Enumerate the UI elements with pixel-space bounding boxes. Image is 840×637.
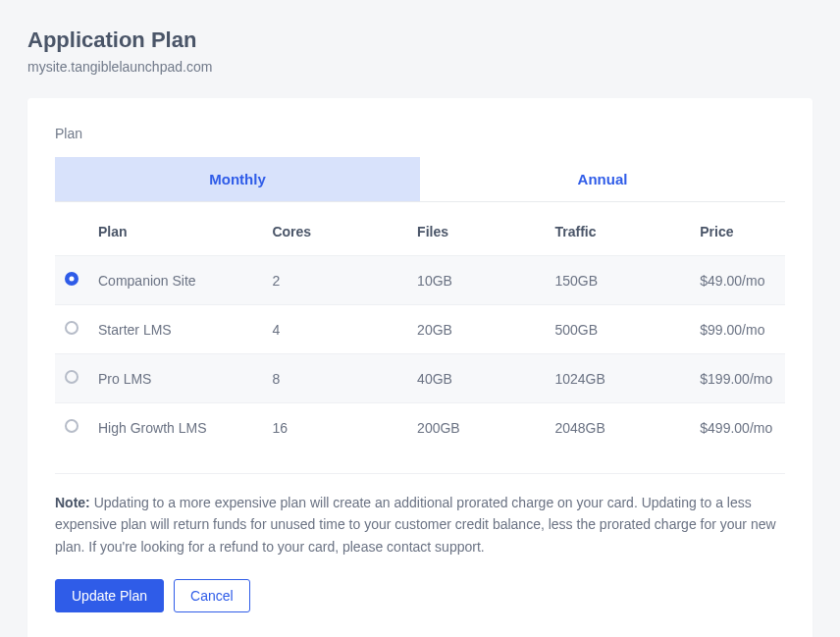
- update-plan-button[interactable]: Update Plan: [55, 579, 164, 612]
- cell-traffic: 2048GB: [545, 403, 690, 452]
- cell-plan: Pro LMS: [88, 354, 262, 403]
- table-row[interactable]: High Growth LMS 16 200GB 2048GB $499.00/…: [55, 403, 785, 452]
- cell-cores: 4: [262, 305, 407, 354]
- cell-plan: High Growth LMS: [88, 403, 262, 452]
- table-row[interactable]: Pro LMS 8 40GB 1024GB $199.00/mo: [55, 354, 785, 403]
- cell-files: 10GB: [407, 256, 545, 305]
- card-label: Plan: [55, 126, 785, 141]
- cell-cores: 16: [262, 403, 407, 452]
- radio-pro-lms[interactable]: [65, 370, 79, 384]
- th-traffic: Traffic: [545, 202, 690, 256]
- th-price: Price: [690, 202, 785, 256]
- th-cores: Cores: [262, 202, 407, 256]
- cell-price: $199.00/mo: [690, 354, 785, 403]
- th-files: Files: [407, 202, 545, 256]
- page-title: Application Plan: [27, 27, 813, 53]
- actions: Update Plan Cancel: [55, 579, 785, 612]
- cell-cores: 8: [262, 354, 407, 403]
- cell-files: 20GB: [407, 305, 545, 354]
- cell-price: $49.00/mo: [690, 256, 785, 305]
- cell-cores: 2: [262, 256, 407, 305]
- cell-files: 40GB: [407, 354, 545, 403]
- cell-traffic: 500GB: [545, 305, 690, 354]
- cell-plan: Starter LMS: [88, 305, 262, 354]
- page-subtitle: mysite.tangiblelaunchpad.com: [27, 59, 813, 75]
- radio-starter-lms[interactable]: [65, 321, 79, 335]
- tab-annual[interactable]: Annual: [420, 157, 785, 201]
- note-text: Note: Updating to a more expensive plan …: [55, 473, 785, 557]
- cell-files: 200GB: [407, 403, 545, 452]
- radio-high-growth-lms[interactable]: [65, 419, 79, 433]
- cell-traffic: 1024GB: [545, 354, 690, 403]
- table-row[interactable]: Companion Site 2 10GB 150GB $49.00/mo: [55, 256, 785, 305]
- cell-price: $499.00/mo: [690, 403, 785, 452]
- plan-card: Plan Monthly Annual Plan Cores Files Tra…: [27, 98, 813, 637]
- cell-traffic: 150GB: [545, 256, 690, 305]
- cancel-button[interactable]: Cancel: [174, 579, 250, 612]
- table-row[interactable]: Starter LMS 4 20GB 500GB $99.00/mo: [55, 305, 785, 354]
- note-label: Note:: [55, 495, 90, 510]
- radio-companion-site[interactable]: [65, 272, 79, 286]
- note-body: Updating to a more expensive plan will c…: [55, 495, 776, 555]
- billing-tabs: Monthly Annual: [55, 157, 785, 202]
- th-plan: Plan: [88, 202, 262, 256]
- cell-plan: Companion Site: [88, 256, 262, 305]
- plan-table: Plan Cores Files Traffic Price Companion…: [55, 202, 785, 451]
- cell-price: $99.00/mo: [690, 305, 785, 354]
- tab-monthly[interactable]: Monthly: [55, 157, 420, 201]
